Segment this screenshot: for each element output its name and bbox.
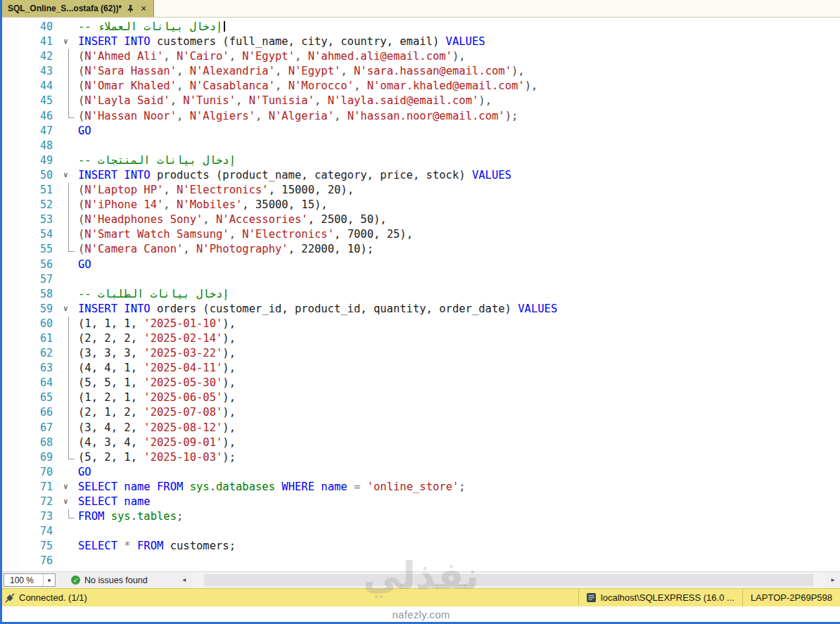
code-line[interactable]: 67(3, 4, 2, '2025-08-12'), xyxy=(2,421,840,435)
code-text[interactable]: (2, 2, 2, '2025-02-14'), xyxy=(78,331,840,346)
code-line[interactable]: 72∨SELECT name xyxy=(2,495,840,509)
code-line[interactable]: 44(N'Omar Khaled', N'Casablanca', N'Moro… xyxy=(2,79,840,94)
code-line[interactable]: 52(N'iPhone 14', N'Mobiles', 35000, 15), xyxy=(2,198,840,212)
fold-gutter xyxy=(60,450,78,465)
code-line[interactable]: 42(N'Ahmed Ali', N'Cairo', N'Egypt', N'a… xyxy=(2,49,840,64)
scrollbar-thumb[interactable] xyxy=(204,574,813,586)
line-number: 62 xyxy=(20,346,60,361)
code-text[interactable]: (N'Ahmed Ali', N'Cairo', N'Egypt', N'ahm… xyxy=(78,49,840,64)
scroll-left-icon[interactable]: ◄ xyxy=(177,577,191,583)
code-text[interactable]: (3, 3, 3, '2025-03-22'), xyxy=(78,346,840,361)
code-line[interactable]: 49-- إدخال بيانات المنتجات xyxy=(2,153,840,168)
fold-arrow-icon[interactable]: ∨ xyxy=(63,34,68,49)
zoom-dropdown[interactable]: 100 % ▾ xyxy=(4,573,56,587)
code-line[interactable]: 53(N'Headphones Sony', N'Accessories', 2… xyxy=(2,212,840,227)
code-line[interactable]: 65(1, 2, 1, '2025-06-05'), xyxy=(2,390,840,405)
code-line[interactable]: 68(4, 3, 4, '2025-09-01'), xyxy=(2,435,840,450)
code-text[interactable]: -- إدخال بيانات العملاء xyxy=(78,20,840,34)
code-line[interactable]: 54(N'Smart Watch Samsung', N'Electronics… xyxy=(2,227,840,242)
code-text[interactable]: (3, 4, 2, '2025-08-12'), xyxy=(78,421,840,435)
code-text[interactable] xyxy=(78,554,840,568)
code-line[interactable]: 40-- إدخال بيانات العملاء xyxy=(2,20,840,34)
code-text[interactable]: GO xyxy=(78,465,840,480)
scroll-right-icon[interactable]: ► xyxy=(826,577,840,583)
code-line[interactable]: 59∨INSERT INTO orders (customer_id, prod… xyxy=(2,302,840,317)
code-line[interactable]: 64(5, 5, 1, '2025-05-30'), xyxy=(2,376,840,390)
code-text[interactable]: (4, 3, 4, '2025-09-01'), xyxy=(78,435,840,450)
code-line[interactable]: 43(N'Sara Hassan', N'Alexandria', N'Egyp… xyxy=(2,64,840,79)
code-text[interactable]: GO xyxy=(78,257,840,272)
code-line[interactable]: 48 xyxy=(2,139,840,153)
pin-icon[interactable] xyxy=(127,5,134,13)
code-text[interactable]: -- إدخال بيانات الطلبات xyxy=(78,287,840,302)
code-text[interactable]: GO xyxy=(78,124,840,139)
code-line[interactable]: 61(2, 2, 2, '2025-02-14'), xyxy=(2,331,840,346)
code-text[interactable] xyxy=(78,139,840,153)
code-line[interactable]: 66(2, 1, 2, '2025-07-08'), xyxy=(2,405,840,420)
code-text[interactable]: INSERT INTO orders (customer_id, product… xyxy=(78,302,840,317)
fold-arrow-icon[interactable]: ∨ xyxy=(63,479,68,494)
fold-arrow-icon[interactable]: ∨ xyxy=(63,494,68,509)
code-text[interactable]: (5, 5, 1, '2025-05-30'), xyxy=(78,376,840,390)
code-line[interactable]: 75SELECT * FROM customers; xyxy=(2,539,840,554)
code-text[interactable]: (N'Omar Khaled', N'Casablanca', N'Morocc… xyxy=(78,79,840,94)
code-text[interactable] xyxy=(78,524,840,539)
fold-arrow-icon[interactable]: ∨ xyxy=(63,301,68,316)
code-text[interactable]: (2, 1, 2, '2025-07-08'), xyxy=(78,405,840,420)
line-number: 61 xyxy=(20,331,60,346)
code-line[interactable]: 58-- إدخال بيانات الطلبات xyxy=(2,287,840,302)
code-line[interactable]: 46(N'Hassan Noor', N'Algiers', N'Algeria… xyxy=(2,109,840,124)
code-line[interactable]: 63(4, 4, 1, '2025-04-11'), xyxy=(2,361,840,376)
code-line[interactable]: 74 xyxy=(2,524,840,539)
sql-editor[interactable]: 40-- إدخال بيانات العملاء41∨INSERT INTO … xyxy=(2,18,840,571)
query-tab-title: SQL_Online_S...ostafa (62))* xyxy=(8,4,122,13)
fold-arrow-icon[interactable]: ∨ xyxy=(63,167,68,182)
code-line[interactable]: 55(N'Camera Canon', N'Photography', 2200… xyxy=(2,242,840,257)
code-text[interactable]: FROM sys.tables; xyxy=(78,509,840,524)
code-text[interactable]: -- إدخال بيانات المنتجات xyxy=(78,153,840,168)
code-text[interactable]: (1, 1, 1, '2025-01-10'), xyxy=(78,317,840,331)
code-text[interactable]: (4, 4, 1, '2025-04-11'), xyxy=(78,361,840,376)
code-text[interactable]: (N'Laptop HP', N'Electronics', 15000, 20… xyxy=(78,183,840,198)
line-number: 70 xyxy=(20,465,60,480)
code-text[interactable]: (N'Hassan Noor', N'Algiers', N'Algeria',… xyxy=(78,109,840,124)
code-line[interactable]: 76 xyxy=(2,554,840,568)
code-line[interactable]: 50∨INSERT INTO products (product_name, c… xyxy=(2,168,840,183)
code-text[interactable]: (N'Camera Canon', N'Photography', 22000,… xyxy=(78,242,840,257)
code-text[interactable]: SELECT name xyxy=(78,495,840,509)
code-text[interactable]: INSERT INTO products (product_name, cate… xyxy=(78,168,840,183)
close-icon[interactable]: × xyxy=(139,4,148,13)
code-line[interactable]: 51(N'Laptop HP', N'Electronics', 15000, … xyxy=(2,183,840,198)
code-line[interactable]: 41∨INSERT INTO customers (full_name, cit… xyxy=(2,34,840,49)
code-text[interactable]: (N'iPhone 14', N'Mobiles', 35000, 15), xyxy=(78,198,840,212)
code-line[interactable]: 57 xyxy=(2,272,840,287)
server-segment[interactable]: localhost\SQLEXPRESS (16.0 ... xyxy=(578,589,742,606)
line-number: 59 xyxy=(20,302,60,317)
code-line[interactable]: 62(3, 3, 3, '2025-03-22'), xyxy=(2,346,840,361)
code-text[interactable]: (N'Headphones Sony', N'Accessories', 250… xyxy=(78,212,840,227)
fold-gutter xyxy=(60,435,78,450)
query-tab[interactable]: SQL_Online_S...ostafa (62))* × xyxy=(2,0,154,17)
horizontal-scrollbar[interactable]: ◄ ► xyxy=(177,572,840,588)
code-line[interactable]: 60(1, 1, 1, '2025-01-10'), xyxy=(2,317,840,331)
scrollbar-track[interactable] xyxy=(191,572,827,588)
code-text[interactable]: (N'Smart Watch Samsung', N'Electronics',… xyxy=(78,227,840,242)
code-line[interactable]: 69(5, 2, 1, '2025-10-03'); xyxy=(2,450,840,465)
code-text[interactable]: INSERT INTO customers (full_name, city, … xyxy=(78,34,840,49)
selection-margin xyxy=(2,20,20,34)
code-line[interactable]: 47GO xyxy=(2,124,840,139)
code-line[interactable]: 73FROM sys.tables; xyxy=(2,509,840,524)
chevron-down-icon[interactable]: ▾ xyxy=(43,574,55,586)
code-text[interactable]: SELECT name FROM sys.databases WHERE nam… xyxy=(78,480,840,495)
code-text[interactable]: (N'Sara Hassan', N'Alexandria', N'Egypt'… xyxy=(78,64,840,79)
code-line[interactable]: 71∨SELECT name FROM sys.databases WHERE … xyxy=(2,480,840,495)
code-text[interactable]: SELECT * FROM customers; xyxy=(78,539,840,554)
code-text[interactable]: (1, 2, 1, '2025-06-05'), xyxy=(78,390,840,405)
code-text[interactable]: (5, 2, 1, '2025-10-03'); xyxy=(78,450,840,465)
code-line[interactable]: 56GO xyxy=(2,257,840,272)
code-text[interactable] xyxy=(78,272,840,287)
code-line[interactable]: 70GO xyxy=(2,465,840,480)
code-text[interactable]: (N'Layla Said', N'Tunis', N'Tunisia', N'… xyxy=(78,94,840,108)
code-line[interactable]: 45(N'Layla Said', N'Tunis', N'Tunisia', … xyxy=(2,94,840,108)
host-segment[interactable]: LAPTOP-2P69P598 xyxy=(742,589,840,606)
